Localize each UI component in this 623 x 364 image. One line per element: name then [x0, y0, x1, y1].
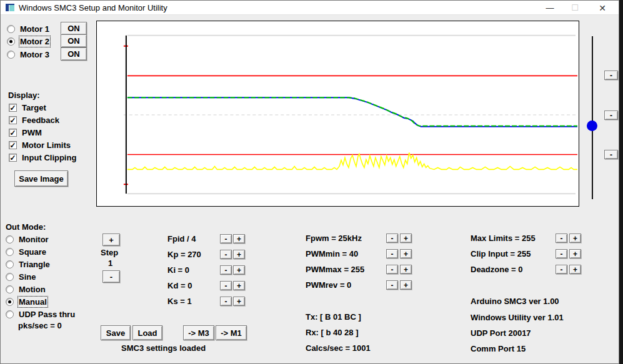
pid-param-label: Ks = 1 — [167, 297, 192, 306]
display-check-row: ✓Motor Limits — [9, 140, 71, 150]
out-mode-radio[interactable] — [6, 260, 14, 268]
motor-radio-label: Motor 3 — [20, 50, 49, 59]
display-checkbox[interactable]: ✓ — [9, 141, 17, 149]
out-mode-heading: Out Mode: — [6, 222, 46, 232]
step-plus-button[interactable]: + — [102, 234, 120, 246]
out-mode-radio-label: Sine — [19, 272, 36, 282]
out-mode-radio-row: Square — [6, 247, 46, 257]
out-mode-radio[interactable] — [6, 285, 14, 293]
pwm-param-plus-button[interactable]: + — [400, 234, 412, 243]
motor-3-on-button[interactable]: ON — [61, 47, 87, 61]
info-line: UDP Port 20017 — [471, 328, 531, 338]
pid-param-plus-button[interactable]: + — [233, 234, 245, 243]
scale-slider-track[interactable] — [592, 36, 593, 199]
pid-param-minus-button[interactable]: - — [220, 250, 232, 259]
limit-param-minus-button[interactable]: - — [556, 249, 567, 258]
step-minus-button[interactable]: - — [102, 270, 120, 283]
pwm-param-minus-button[interactable]: - — [386, 280, 398, 290]
pwm-param-plus-button[interactable]: + — [400, 265, 412, 274]
pwm-param-label: PWMmin = 40 — [306, 249, 358, 258]
pid-param-label: Ki = 0 — [167, 265, 189, 275]
motor-1-on-button[interactable]: ON — [61, 22, 87, 35]
limit-param-plus-button[interactable]: + — [569, 265, 581, 274]
save-image-button[interactable]: Save Image — [14, 170, 68, 187]
motor-radio[interactable] — [7, 37, 15, 46]
motor-radio[interactable] — [7, 51, 15, 59]
display-heading: Display: — [8, 91, 40, 100]
step-value: 1 — [108, 258, 112, 268]
scope-traces — [97, 21, 579, 206]
motor-radio[interactable] — [7, 25, 15, 33]
copy-to-m3-button[interactable]: -> M3 — [183, 325, 214, 340]
display-checkbox[interactable]: ✓ — [9, 129, 17, 137]
pwm-param-label: Fpwm = 25kHz — [306, 234, 362, 243]
out-mode-radio-label: Monitor — [19, 235, 49, 244]
load-button[interactable]: Load — [132, 325, 162, 340]
out-mode-radio[interactable] — [6, 273, 14, 281]
pwm-param-plus-button[interactable]: + — [400, 249, 412, 258]
scale-slider-thumb[interactable] — [587, 121, 597, 131]
info-line: Arduino SMC3 ver 1.00 — [471, 297, 559, 306]
limit-param-plus-button[interactable]: + — [569, 234, 581, 243]
display-checkbox[interactable]: ✓ — [9, 116, 17, 124]
info-line: Comm Port 15 — [471, 344, 526, 353]
display-checkbox-label: Target — [22, 103, 46, 112]
desktop-edge — [619, 0, 623, 364]
save-button[interactable]: Save — [101, 325, 131, 340]
display-checkbox[interactable]: ✓ — [9, 154, 17, 162]
out-mode-radio[interactable] — [6, 235, 14, 243]
scale-minus-button[interactable]: - — [604, 71, 618, 80]
limit-param-label: Deadzone = 0 — [471, 265, 522, 274]
close-icon[interactable]: ✕ — [592, 1, 613, 15]
display-check-row: ✓Target — [9, 103, 46, 112]
pwm-param-minus-button[interactable]: - — [386, 249, 398, 258]
pid-param-minus-button[interactable]: - — [220, 297, 232, 306]
out-mode-radio-row: Sine — [6, 272, 36, 282]
maximize-icon: ☐ — [564, 1, 586, 15]
pid-param-plus-button[interactable]: + — [233, 297, 245, 306]
title-bar[interactable]: Windows SMC3 Setup and Monitor Utility —… — [1, 1, 619, 15]
scale-minus-button[interactable]: - — [604, 150, 618, 159]
pwm-param-plus-button[interactable]: + — [400, 280, 412, 290]
out-mode-radio-row: UDP Pass thru — [6, 310, 75, 319]
pid-param-label: Kp = 270 — [167, 250, 201, 259]
motor-2-on-button[interactable]: ON — [61, 34, 87, 47]
display-check-row: ✓Feedback — [9, 116, 59, 125]
copy-to-m1-button[interactable]: -> M1 — [216, 325, 247, 340]
rx-readout: Rx: [ b 40 28 ] — [306, 328, 359, 337]
scale-minus-button[interactable]: - — [604, 111, 618, 120]
motor-radio-label: Motor 2 — [20, 37, 49, 46]
pid-param-minus-button[interactable]: - — [220, 265, 232, 275]
out-mode-radio[interactable] — [6, 248, 14, 256]
pwm-param-minus-button[interactable]: - — [386, 234, 398, 243]
pid-param-minus-button[interactable]: - — [220, 281, 232, 290]
app-icon — [6, 4, 14, 11]
motor-radio-label: Motor 1 — [20, 24, 49, 34]
pid-param-plus-button[interactable]: + — [233, 250, 245, 259]
motor-radio-row: Motor 2 — [7, 37, 49, 46]
pid-param-minus-button[interactable]: - — [220, 234, 232, 243]
out-mode-radio-label: Motion — [19, 285, 46, 294]
out-mode-radio-label: Square — [19, 247, 46, 257]
out-mode-radio[interactable] — [6, 310, 14, 318]
out-mode-radio-label: Manual — [19, 297, 47, 307]
tx-readout: Tx: [ B 01 BC ] — [306, 312, 361, 322]
limit-param-minus-button[interactable]: - — [556, 265, 567, 274]
limit-param-minus-button[interactable]: - — [556, 234, 567, 243]
settings-status-text: SMC3 settings loaded — [121, 343, 206, 353]
pwm-param-label: PWMrev = 0 — [306, 280, 351, 290]
minimize-icon[interactable]: — — [539, 1, 561, 15]
info-line: Windows Utility ver 1.01 — [471, 313, 564, 322]
pid-param-plus-button[interactable]: + — [233, 265, 245, 275]
pwm-param-minus-button[interactable]: - — [386, 265, 398, 274]
step-label: Step — [101, 248, 118, 257]
app-window: Windows SMC3 Setup and Monitor Utility —… — [0, 0, 619, 364]
out-mode-radio-label: UDP Pass thru — [19, 310, 75, 319]
display-checkbox[interactable]: ✓ — [9, 104, 17, 112]
out-mode-radio[interactable] — [6, 298, 14, 306]
limit-param-plus-button[interactable]: + — [569, 249, 581, 258]
display-checkbox-label: PWM — [22, 128, 42, 137]
motor-radio-row: Motor 3 — [7, 50, 49, 59]
display-check-row: ✓PWM — [9, 128, 42, 137]
pid-param-plus-button[interactable]: + — [233, 281, 245, 290]
